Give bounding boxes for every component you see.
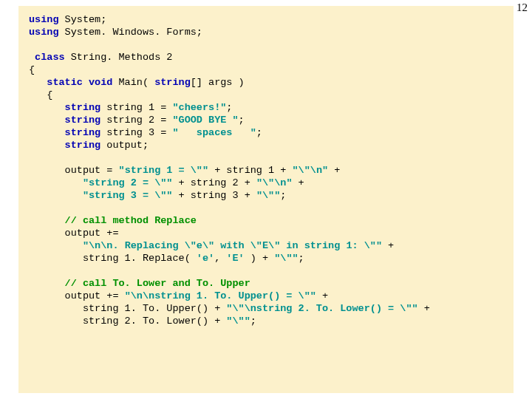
txt-l15e: ; [280, 190, 286, 201]
txt-l14c: + string 2 + [172, 177, 256, 188]
txt-l24c: + [418, 303, 430, 314]
txt-l05: { [29, 64, 35, 75]
txt-l10d: ; [256, 127, 262, 138]
txt-l24a: string 1. To. Upper() + [29, 303, 226, 314]
str-l15b: "string 3 = \"" [83, 190, 173, 201]
comment-replace: // call method Replace [29, 215, 197, 226]
txt-l19a [29, 240, 83, 251]
kw-string-3: string [29, 127, 100, 138]
txt-l25c: ; [250, 316, 256, 327]
str-goodbye: "GOOD BYE " [172, 115, 238, 126]
txt-l20g: ; [299, 253, 304, 264]
kw-string-4: string [29, 140, 100, 151]
txt-l19c: + [382, 240, 394, 251]
txt-l20a: string 1. Replace( [29, 253, 197, 264]
code-block: using System; using System. Windows. For… [18, 6, 514, 393]
txt-l02b: System. Windows. Forms; [59, 27, 202, 38]
txt-l13a: output = [29, 165, 119, 176]
txt-l04b: String. Methods 2 [65, 52, 173, 63]
txt-l09b: string 2 = [100, 115, 172, 126]
str-l19b: "\n\n. Replacing \"e\" with \"E\" in str… [83, 240, 382, 251]
txt-l08b: string 1 = [100, 102, 172, 113]
txt-l09d: ; [239, 115, 245, 126]
txt-l14e: + [292, 177, 304, 188]
txt-l01b: System; [59, 14, 107, 25]
str-spaces: " spaces " [172, 127, 256, 138]
comment-tolower: // call To. Lower and To. Upper [29, 278, 250, 289]
txt-l10b: string 3 = [100, 127, 172, 138]
kw-string-2: string [29, 115, 100, 126]
str-l14d: "\"\n" [256, 177, 293, 188]
txt-l13c: + string 1 + [208, 165, 292, 176]
kw-string-param: string [154, 77, 191, 88]
txt-l25a: string 2. To. Lower() + [29, 316, 226, 327]
str-l20d: 'E' [226, 253, 244, 264]
txt-l18: output += [29, 228, 119, 239]
txt-l15a [29, 190, 83, 201]
str-l13b: "string 1 = \"" [119, 165, 209, 176]
str-l20b: 'e' [197, 253, 214, 264]
txt-l20c: , [214, 253, 226, 264]
str-l25b: "\"" [226, 316, 250, 327]
kw-using-1: using [29, 14, 59, 25]
txt-l07: { [29, 89, 52, 100]
str-l20f: "\"" [274, 253, 298, 264]
kw-using-2: using [29, 27, 59, 38]
str-l23b: "\n\nstring 1. To. Upper() = \"" [125, 290, 316, 301]
txt-l14a [29, 177, 83, 188]
str-cheers: "cheers!" [172, 102, 226, 113]
txt-l06b: Main( [112, 77, 154, 88]
page-number: 12 [516, 1, 528, 14]
txt-l20e: ) + [245, 253, 275, 264]
txt-l15c: + string 3 + [172, 190, 256, 201]
str-l24b: "\"\nstring 2. To. Lower() = \"" [226, 303, 417, 314]
txt-l06d: [] args ) [191, 77, 245, 88]
txt-l13e: + [328, 165, 340, 176]
str-l13d: "\"\n" [292, 165, 328, 176]
txt-l11b: output; [100, 140, 149, 151]
kw-string-1: string [29, 102, 100, 113]
str-l14b: "string 2 = \"" [83, 177, 173, 188]
txt-l23a: output += [29, 290, 125, 301]
str-l15d: "\"" [256, 190, 280, 201]
page-container: 12 using System; using System. Windows. … [0, 0, 532, 399]
kw-static-void: static void [29, 77, 112, 88]
txt-l08d: ; [226, 102, 232, 113]
txt-l23c: + [316, 290, 328, 301]
kw-class: class [29, 52, 65, 63]
